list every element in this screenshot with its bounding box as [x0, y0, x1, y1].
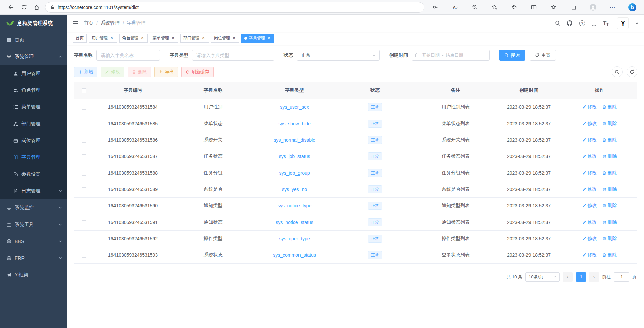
dict-type-link[interactable]: sys_notice_status — [276, 220, 313, 225]
sidebar-item-system-monitor[interactable]: 系统监控 — [0, 199, 67, 216]
row-checkbox[interactable] — [82, 204, 86, 208]
row-edit-link[interactable]: 修改 — [582, 186, 597, 192]
status-select[interactable]: 正常 — [297, 50, 380, 61]
row-edit-link[interactable]: 修改 — [582, 236, 597, 242]
row-delete-link[interactable]: 删除 — [602, 121, 617, 127]
row-edit-link[interactable]: 修改 — [582, 104, 597, 110]
page-1-button[interactable]: 1 — [576, 272, 586, 282]
row-checkbox[interactable] — [82, 220, 86, 225]
tab-post-management[interactable]: 岗位管理× — [211, 34, 239, 43]
tab-role-management[interactable]: 角色管理× — [119, 34, 148, 43]
browser-extensions-icon[interactable] — [509, 2, 519, 12]
row-checkbox[interactable] — [82, 138, 86, 143]
row-edit-link[interactable]: 修改 — [582, 203, 597, 209]
breadcrumb-item-system[interactable]: 系统管理 — [101, 20, 120, 26]
sidebar-item-bbs[interactable]: BBS — [0, 233, 67, 250]
avatar-caret-down-icon[interactable] — [635, 21, 639, 25]
row-delete-link[interactable]: 删除 — [602, 186, 617, 192]
dict-type-link[interactable]: sys_oper_type — [279, 236, 310, 241]
close-icon[interactable]: × — [140, 36, 145, 41]
user-avatar[interactable]: Y — [617, 17, 629, 29]
sidebar-subitem-user-management[interactable]: 用户管理 — [0, 65, 67, 82]
font-size-icon[interactable]: TT — [603, 20, 609, 26]
row-checkbox[interactable] — [82, 187, 86, 192]
address-bar[interactable]: https://ccnetcore.com:1101/system/dict — [45, 2, 424, 13]
sidebar-item-home[interactable]: 首页 — [0, 32, 67, 48]
refresh-cache-button[interactable]: 刷新缓存 — [181, 67, 214, 77]
tab-home[interactable]: 首页 — [73, 34, 87, 43]
browser-add-favorite-icon[interactable] — [490, 2, 500, 12]
row-edit-link[interactable]: 修改 — [582, 219, 597, 225]
row-delete-link[interactable]: 删除 — [602, 203, 617, 209]
help-icon[interactable]: ? — [579, 20, 585, 26]
select-all-checkbox[interactable] — [82, 88, 86, 93]
toggle-search-button[interactable] — [612, 66, 623, 77]
sidebar-item-erp[interactable]: ERP — [0, 250, 67, 267]
row-edit-link[interactable]: 修改 — [582, 170, 597, 176]
dict-type-link[interactable]: sys_user_sex — [280, 104, 309, 110]
row-delete-link[interactable]: 删除 — [602, 236, 617, 242]
sidebar-subitem-post-management[interactable]: 岗位管理 — [0, 132, 67, 149]
dict-type-link[interactable]: sys_job_status — [279, 154, 310, 159]
github-icon[interactable] — [567, 20, 573, 26]
next-page-button[interactable]: › — [589, 272, 599, 282]
row-edit-link[interactable]: 修改 — [582, 137, 597, 143]
close-icon[interactable]: × — [171, 36, 175, 41]
browser-profile-avatar[interactable] — [588, 2, 598, 12]
row-edit-link[interactable]: 修改 — [582, 252, 597, 258]
hamburger-icon[interactable] — [73, 20, 79, 26]
add-button[interactable]: 新增 — [74, 67, 97, 77]
sidebar-subitem-dept-management[interactable]: 部门管理 — [0, 115, 67, 132]
sidebar-subitem-log-management[interactable]: 日志管理 — [0, 183, 67, 199]
browser-collections-icon[interactable] — [568, 2, 578, 12]
dict-type-link[interactable]: sys_job_group — [279, 170, 310, 176]
breadcrumb-item-home[interactable]: 首页 — [84, 20, 93, 26]
browser-refresh-button[interactable] — [17, 1, 30, 13]
row-checkbox[interactable] — [82, 253, 86, 258]
close-icon[interactable]: × — [232, 36, 236, 41]
sidebar-item-system-management[interactable]: 系统管理 — [0, 48, 67, 65]
close-icon[interactable]: × — [109, 36, 114, 41]
close-icon[interactable]: × — [201, 36, 206, 41]
dict-type-link[interactable]: sys_normal_disable — [274, 137, 315, 143]
app-logo[interactable]: 意框架管理系统 — [0, 15, 67, 32]
search-button[interactable]: 搜索 — [499, 50, 525, 61]
row-checkbox[interactable] — [82, 171, 86, 176]
refresh-table-button[interactable] — [627, 66, 637, 77]
dict-type-link[interactable]: sys_yes_no — [282, 187, 307, 192]
header-search-icon[interactable] — [555, 20, 560, 26]
dict-type-link[interactable]: sys_notice_type — [278, 203, 311, 208]
row-checkbox[interactable] — [82, 237, 86, 241]
row-delete-link[interactable]: 删除 — [602, 137, 617, 143]
export-button[interactable]: 导出 — [154, 67, 178, 77]
edit-button[interactable]: 修改 — [101, 67, 124, 77]
fullscreen-icon[interactable] — [591, 20, 597, 26]
row-delete-link[interactable]: 删除 — [602, 219, 617, 225]
sidebar-item-yi-framework[interactable]: Yi框架 — [0, 267, 67, 283]
reset-button[interactable]: 重置 — [530, 50, 556, 61]
row-checkbox[interactable] — [82, 105, 86, 110]
tab-dict-management[interactable]: 字典管理× — [241, 34, 274, 43]
date-range-picker[interactable]: 开始日期 - 结束日期 — [412, 50, 490, 61]
row-delete-link[interactable]: 删除 — [602, 104, 617, 110]
row-delete-link[interactable]: 删除 — [602, 252, 617, 258]
sidebar-subitem-param-settings[interactable]: 参数设置 — [0, 166, 67, 183]
row-delete-link[interactable]: 删除 — [602, 170, 617, 176]
bing-copilot-icon[interactable]: b — [627, 2, 637, 12]
row-edit-link[interactable]: 修改 — [582, 153, 597, 159]
browser-password-key-icon[interactable] — [430, 2, 441, 12]
dict-name-input[interactable] — [96, 50, 160, 61]
browser-back-button[interactable] — [5, 1, 17, 13]
sidebar-subitem-menu-management[interactable]: 菜单管理 — [0, 99, 67, 115]
close-icon[interactable]: × — [267, 36, 271, 41]
sidebar-item-system-tools[interactable]: 系统工具 — [0, 216, 67, 233]
tab-menu-management[interactable]: 菜单管理× — [150, 34, 178, 43]
row-checkbox[interactable] — [82, 154, 86, 159]
dict-type-link[interactable]: sys_common_status — [273, 252, 316, 258]
dict-type-input[interactable] — [192, 50, 274, 61]
browser-favorites-icon[interactable] — [549, 2, 559, 12]
sidebar-subitem-role-management[interactable]: 角色管理 — [0, 82, 67, 99]
page-size-select[interactable]: 10条/页 — [525, 272, 560, 282]
sidebar-subitem-dict-management[interactable]: 字典管理 — [0, 149, 67, 166]
row-edit-link[interactable]: 修改 — [582, 121, 597, 127]
